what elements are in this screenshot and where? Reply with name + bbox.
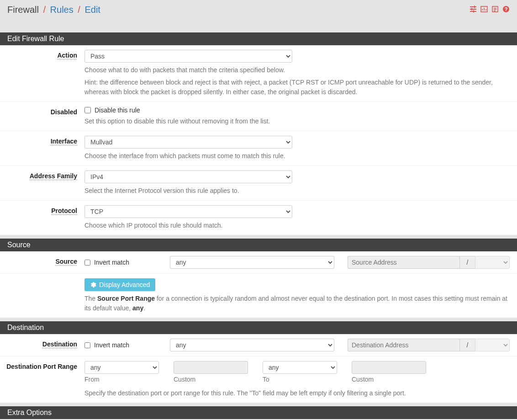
panel-header-source: Source [0, 239, 517, 251]
action-label: Action [57, 52, 77, 59]
breadcrumb: Firewall / Rules / Edit [7, 5, 100, 15]
disabled-checkbox-label: Disable this rule [95, 106, 140, 114]
destination-port-range-label: Destination Port Range [6, 363, 77, 370]
svg-rect-3 [474, 6, 475, 8]
log-icon[interactable] [491, 5, 499, 14]
breadcrumb-edit[interactable]: Edit [84, 5, 100, 15]
source-invert-label: Invert match [94, 259, 129, 266]
disabled-help: Set this option to disable this rule wit… [84, 117, 510, 126]
address-family-help: Select the Internet Protocol version thi… [84, 186, 510, 196]
source-invert-checkbox[interactable] [84, 260, 90, 266]
destination-type-select[interactable]: any [170, 339, 334, 351]
source-address-input [348, 256, 459, 269]
source-mask-select [475, 256, 510, 269]
disabled-label: Disabled [51, 108, 77, 116]
address-family-select[interactable]: IPv4 [84, 170, 292, 183]
destination-port-from-label: From [84, 376, 159, 383]
display-advanced-label: Display Advanced [99, 281, 150, 288]
protocol-select[interactable]: TCP [84, 205, 292, 218]
source-mask-slash: / [459, 256, 475, 269]
disabled-checkbox[interactable] [84, 107, 91, 113]
svg-rect-4 [471, 8, 472, 11]
breadcrumb-sep-1: / [43, 5, 46, 15]
breadcrumb-rules[interactable]: Rules [50, 5, 74, 15]
panel-header-destination: Destination [0, 321, 517, 334]
breadcrumb-sep-2: / [78, 5, 80, 15]
source-label: Source [56, 258, 77, 265]
destination-port-to-custom [352, 361, 426, 374]
source-type-select[interactable]: any [170, 256, 334, 269]
destination-port-from-select[interactable]: any [84, 361, 159, 374]
source-help: The Source Port Range for a connection i… [84, 294, 510, 313]
destination-port-to-label: To [263, 376, 337, 383]
interface-label: Interface [51, 138, 77, 145]
svg-rect-5 [473, 11, 474, 13]
destination-invert-label: Invert match [94, 341, 129, 349]
chart-icon[interactable] [480, 5, 488, 14]
action-help-2: Hint: the difference between block and r… [84, 78, 510, 97]
destination-mask-slash: / [459, 339, 475, 351]
panel-header-edit-rule: Edit Firewall Rule [0, 32, 517, 45]
action-help-1: Choose what to do with packets that matc… [84, 65, 510, 75]
svg-rect-1 [470, 9, 476, 10]
breadcrumb-firewall[interactable]: Firewall [7, 5, 39, 15]
destination-port-from-custom-label: Custom [174, 376, 248, 383]
destination-label: Destination [42, 340, 77, 348]
destination-port-help: Specify the destination port or port ran… [84, 388, 510, 398]
interface-help: Choose the interface from which packets … [84, 151, 510, 161]
interface-select[interactable]: Mullvad [84, 136, 292, 149]
gear-icon [90, 282, 96, 288]
sliders-icon[interactable] [470, 5, 477, 14]
help-icon[interactable]: ? [502, 5, 510, 14]
action-select[interactable]: Pass [84, 50, 292, 63]
svg-text:?: ? [505, 6, 508, 12]
destination-address-input [348, 339, 459, 351]
destination-port-to-custom-label: Custom [352, 376, 426, 383]
address-family-label: Address Family [30, 172, 77, 180]
panel-header-extra: Extra Options [0, 406, 517, 419]
protocol-help: Choose which IP protocol this rule shoul… [84, 221, 510, 230]
destination-port-from-custom [174, 361, 248, 374]
svg-rect-0 [470, 6, 476, 7]
protocol-label: Protocol [51, 207, 77, 214]
destination-port-to-select[interactable]: any [263, 361, 337, 374]
destination-invert-checkbox[interactable] [84, 342, 90, 348]
destination-mask-select [475, 339, 510, 351]
display-advanced-button[interactable]: Display Advanced [84, 278, 155, 291]
